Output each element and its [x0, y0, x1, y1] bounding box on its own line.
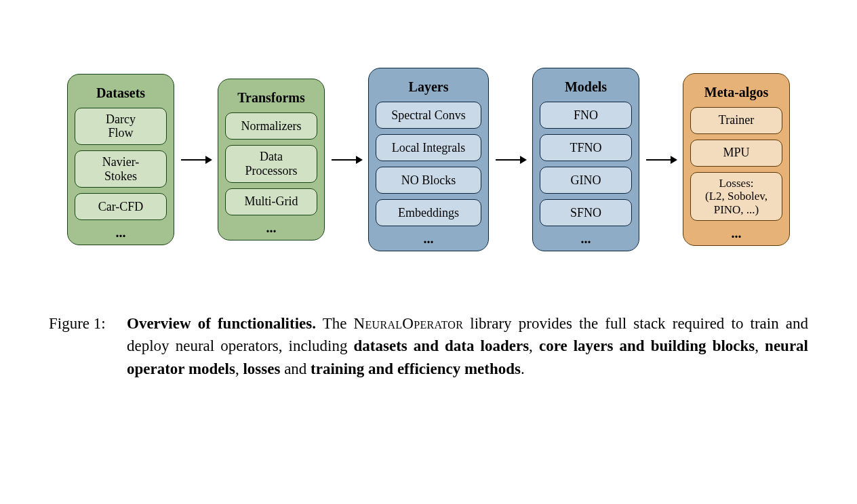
pill-multi-grid: Multi-Grid [225, 188, 317, 215]
caption-bold: datasets and data loaders [354, 337, 530, 354]
pill-local-integrals: Local Integrals [376, 134, 481, 161]
ellipsis: ... [424, 232, 434, 245]
caption-text: , [529, 337, 539, 354]
svg-marker-1 [205, 156, 212, 164]
column-meta-algos: Meta-algos Trainer MPU Losses:(L2, Sobol… [683, 73, 790, 247]
caption-lead: Overview of functionalities. [127, 315, 316, 332]
svg-marker-7 [671, 156, 677, 164]
pill-darcy-flow: DarcyFlow [75, 108, 167, 145]
arrow-icon [174, 154, 218, 166]
caption-bold: losses [243, 360, 280, 377]
arrow-icon [325, 154, 368, 166]
architecture-diagram: Datasets DarcyFlow Navier-Stokes Car-CFD… [41, 68, 816, 251]
column-datasets: Datasets DarcyFlow Navier-Stokes Car-CFD… [67, 74, 174, 246]
pill-mpu: MPU [690, 140, 782, 167]
column-title: Datasets [96, 85, 145, 101]
pill-gino: GINO [540, 167, 632, 194]
pill-no-blocks: NO Blocks [376, 167, 481, 194]
figure-caption: Figure 1: Overview of functionalities. T… [49, 312, 808, 380]
ellipsis: ... [732, 226, 742, 240]
caption-text: and [280, 360, 311, 377]
column-title: Meta-algos [704, 85, 768, 100]
library-name: NeuralOperator [354, 315, 464, 332]
pill-tfno: TFNO [540, 134, 632, 161]
caption-body: Overview of functionalities. The NeuralO… [127, 312, 808, 380]
pill-navier-stokes: Navier-Stokes [75, 150, 167, 188]
column-layers: Layers Spectral Convs Local Integrals NO… [368, 68, 489, 251]
column-models: Models FNO TFNO GINO SFNO ... [532, 68, 639, 251]
ellipsis: ... [581, 232, 591, 245]
svg-marker-5 [520, 156, 527, 164]
column-title: Models [565, 79, 607, 95]
column-transforms: Transforms Normalizers DataProcessors Mu… [218, 79, 325, 240]
caption-text: , [755, 337, 765, 354]
pill-trainer: Trainer [690, 107, 782, 134]
caption-text: The [316, 315, 354, 332]
caption-text: . [521, 360, 525, 377]
pill-car-cfd: Car-CFD [75, 193, 167, 220]
arrow-icon [489, 154, 532, 166]
svg-marker-3 [356, 156, 363, 164]
pill-normalizers: Normalizers [225, 112, 317, 140]
arrow-icon [639, 154, 683, 166]
pill-embeddings: Embeddings [376, 199, 481, 226]
column-title: Layers [409, 79, 449, 95]
column-title: Transforms [237, 90, 305, 106]
figure-label: Figure 1: [49, 312, 127, 380]
ellipsis: ... [266, 221, 277, 234]
caption-text: , [235, 360, 243, 377]
caption-bold: training and efficiency methods [311, 360, 521, 377]
caption-bold: core layers and building blocks [539, 337, 755, 354]
pill-losses: Losses:(L2, Sobolev,PINO, ...) [690, 172, 782, 222]
pill-spectral-convs: Spectral Convs [376, 102, 481, 129]
pill-sfno: SFNO [540, 199, 632, 226]
ellipsis: ... [116, 226, 126, 239]
pill-data-processors: DataProcessors [225, 145, 317, 182]
pill-fno: FNO [540, 102, 632, 129]
